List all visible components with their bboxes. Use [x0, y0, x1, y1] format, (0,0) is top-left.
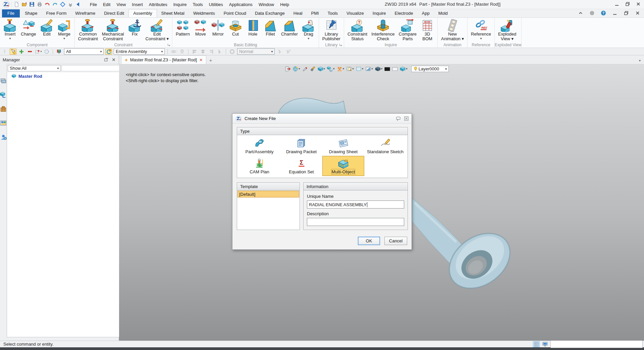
menu-utilities[interactable]: Utilities [206, 1, 226, 8]
selector-icon[interactable] [60, 2, 65, 7]
menu-inquire[interactable]: Inquire [170, 1, 190, 8]
ribbon-button-edit[interactable]: Edit [38, 18, 56, 42]
knife-icon[interactable] [302, 65, 308, 72]
type-option-multi-object[interactable]: Multi-Object [322, 156, 364, 176]
menu-applications[interactable]: Applications [226, 1, 256, 8]
view-mode-icon[interactable]: ▾ [292, 65, 301, 72]
ribbon-tab-sheet-metal[interactable]: Sheet Metal [157, 9, 189, 17]
unique-name-field[interactable]: RADIAL ENGINE ASSEMBLY [307, 200, 404, 209]
ribbon-button-library[interactable]: LibraryPublisher [320, 18, 342, 42]
dialog-launcher-icon[interactable] [339, 43, 342, 47]
ribbon-button-move[interactable]: Move [192, 18, 209, 42]
tree-search-input[interactable] [61, 65, 124, 71]
brush-icon[interactable] [310, 65, 316, 72]
menu-edit[interactable]: Edit [100, 1, 113, 8]
ribbon-button-compare[interactable]: CompareParts [397, 18, 419, 42]
ribbon-button-merge[interactable]: Merge▾ [56, 18, 73, 41]
align-center-icon[interactable] [200, 49, 206, 55]
manager-tab-layers[interactable] [0, 77, 7, 84]
type-option-part-assembly[interactable]: Part/Assembly [238, 136, 280, 156]
ribbon-button-mirror[interactable]: Mirror [209, 18, 227, 42]
close-box-icon[interactable] [404, 116, 409, 121]
teal-box-icon[interactable]: ▾ [399, 65, 408, 72]
cancel-button[interactable]: Cancel [384, 237, 407, 245]
grip-icon[interactable] [1, 49, 8, 55]
ribbon-button-change[interactable]: Change [19, 18, 38, 42]
document-tab[interactable]: + Master Rod final.Z3 - [Master Rod] ✕ [121, 55, 206, 64]
ribbon-button-interference[interactable]: InterferenceCheck [369, 18, 396, 42]
ribbon-tab-shape[interactable]: Shape [20, 9, 42, 17]
comment-icon[interactable] [396, 116, 401, 121]
ribbon-button-common[interactable]: CommonConstraint [76, 18, 100, 42]
new-tab-button[interactable]: + [206, 56, 215, 64]
undo-icon[interactable] [45, 2, 50, 7]
dialog-launcher-icon[interactable] [167, 43, 171, 47]
template-item[interactable]: [Default] [237, 191, 299, 197]
chevron-up-icon[interactable] [577, 10, 584, 16]
ribbon-button-new[interactable]: NewAnimation ▾ [439, 18, 466, 42]
ribbon-button-chamfer[interactable]: Chamfer [279, 18, 300, 42]
redo-icon[interactable] [52, 2, 58, 7]
restore-icon[interactable] [624, 1, 631, 7]
ribbon-tab-file[interactable]: File [2, 9, 20, 17]
layer-combo[interactable]: Layer0000▾ [411, 66, 449, 72]
ribbon-button-cut[interactable]: Cut [227, 18, 244, 42]
gear-icon[interactable] [588, 10, 596, 16]
add-icon[interactable] [18, 49, 25, 55]
restore-icon[interactable] [623, 10, 630, 16]
link-icon[interactable] [170, 49, 177, 55]
ribbon-tab-assembly[interactable]: Assembly [128, 9, 157, 17]
align-left-icon[interactable] [191, 49, 198, 55]
ribbon-tab-tools[interactable]: Tools [323, 9, 342, 17]
ribbon-button-pattern[interactable]: Pattern [174, 18, 192, 42]
scope-combo[interactable]: Entire Assembly▾ [114, 48, 165, 55]
ribbon-tab-point-cloud[interactable]: Point Cloud [219, 9, 251, 17]
white-swatch-icon[interactable] [392, 65, 398, 72]
lasso-icon[interactable] [43, 49, 50, 55]
help-icon[interactable]: ? [600, 10, 607, 16]
minimize-icon[interactable] [613, 1, 621, 7]
close-icon[interactable] [634, 10, 641, 16]
menu-window[interactable]: Window [256, 1, 277, 8]
link2-icon[interactable] [179, 49, 185, 55]
close-tab-icon[interactable]: ✕ [199, 58, 203, 62]
grid-view-icon[interactable] [533, 341, 540, 347]
status-input[interactable] [550, 340, 643, 348]
print-icon[interactable] [37, 2, 42, 7]
ribbon-tab-mold[interactable]: Mold [434, 9, 452, 17]
tree-item-master-rod[interactable]: Master Rod [7, 72, 124, 79]
ribbon-tab-heal[interactable]: Heal [289, 9, 307, 17]
pattern-hex-icon[interactable]: ▾ [336, 65, 345, 72]
color-filter-icon[interactable] [56, 49, 62, 55]
ribbon-button-constraint[interactable]: ?ConstraintStatus [345, 18, 369, 42]
ribbon-button-insert[interactable]: Insert▾ [1, 18, 19, 41]
type-option-drawing-sheet[interactable]: Drawing Sheet [322, 136, 364, 156]
monitor-icon[interactable] [542, 341, 548, 347]
dark-box-icon[interactable]: ▾ [375, 65, 383, 72]
pick-filter-icon[interactable] [10, 49, 16, 55]
pointer-icon[interactable] [216, 49, 223, 55]
open-file-icon[interactable] [21, 2, 27, 7]
manager-tab-visual-manager[interactable] [0, 120, 7, 126]
export-icon[interactable] [284, 65, 291, 72]
pickbox-icon[interactable]: ▾ [35, 49, 42, 55]
visibility-box-icon[interactable]: ▾ [327, 65, 335, 72]
minimize-icon[interactable] [611, 10, 619, 16]
menu-tools[interactable]: Tools [190, 1, 206, 8]
cursor2-icon[interactable] [285, 49, 291, 55]
ribbon-tab-free-form[interactable]: Free Form [42, 9, 71, 17]
ribbon-tab-electrode[interactable]: Electrode [390, 9, 418, 17]
close-icon[interactable] [111, 57, 116, 62]
align-right-icon[interactable] [208, 49, 215, 55]
ribbon-button-edit[interactable]: EditConstraint ▾ [144, 18, 171, 42]
ribbon-tab-visualize[interactable]: Visualize [342, 9, 368, 17]
menu-help[interactable]: Help [277, 1, 292, 8]
remove-icon[interactable] [26, 49, 33, 55]
manager-tab-history[interactable] [0, 106, 7, 112]
menu-file[interactable]: File [87, 1, 100, 8]
shaded-box-icon[interactable]: ▾ [317, 65, 326, 72]
render-combo[interactable]: Normal▾ [237, 48, 275, 55]
ribbon-tab-inquire[interactable]: Inquire [368, 9, 390, 17]
ribbon-button-drag[interactable]: Drag▾ [300, 18, 317, 41]
ribbon-tab-app[interactable]: App [418, 9, 434, 17]
